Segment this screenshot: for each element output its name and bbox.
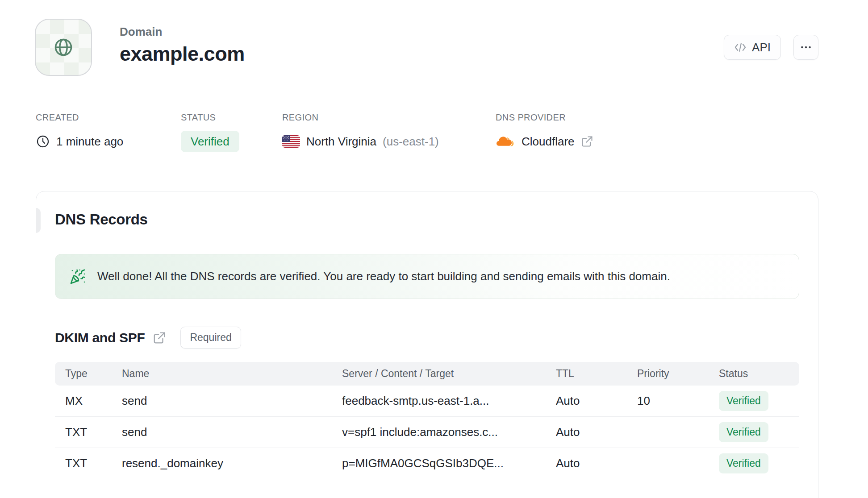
domain-eyebrow: Domain	[120, 25, 245, 39]
record-name: send	[122, 394, 342, 408]
more-options-button[interactable]	[793, 35, 818, 60]
required-badge: Required	[180, 327, 241, 349]
dns-records-card: DNS Records Well done! All the DNS recor…	[36, 191, 818, 498]
page-title: example.com	[120, 42, 245, 66]
record-content: feedback-smtp.us-east-1.a...	[342, 394, 556, 408]
record-name: resend._domainkey	[122, 456, 342, 470]
api-button-label: API	[752, 41, 771, 54]
dns-provider-label: DNS PROVIDER	[496, 112, 593, 123]
record-type: TXT	[65, 425, 122, 439]
dkim-spf-section-header: DKIM and SPF Required	[55, 327, 799, 349]
dns-records-title: DNS Records	[55, 211, 799, 228]
card-side-notch	[36, 208, 41, 233]
meta-region: REGION North Virginia (	[282, 112, 439, 152]
globe-icon	[49, 33, 78, 62]
record-priority: 10	[637, 394, 719, 408]
column-header-ttl: TTL	[556, 368, 637, 380]
record-type: MX	[65, 394, 122, 408]
status-badge: Verified	[181, 131, 239, 152]
success-banner: Well done! All the DNS records are verif…	[55, 254, 799, 299]
dns-provider-value: Cloudflare	[522, 135, 575, 149]
column-header-content: Server / Content / Target	[342, 368, 556, 380]
record-ttl: Auto	[556, 456, 637, 470]
record-ttl: Auto	[556, 425, 637, 439]
column-header-status: Status	[719, 368, 799, 380]
external-link-icon[interactable]	[581, 135, 593, 148]
meta-dns-provider: DNS PROVIDER Cloudflare	[496, 112, 593, 152]
header-actions: API	[724, 35, 818, 60]
domain-avatar	[35, 19, 92, 76]
success-banner-text: Well done! All the DNS records are verif…	[97, 270, 670, 283]
column-header-type: Type	[65, 368, 122, 380]
api-button[interactable]: API	[724, 35, 781, 60]
us-flag-icon	[282, 135, 300, 148]
region-label: REGION	[282, 112, 439, 123]
record-ttl: Auto	[556, 394, 637, 408]
table-header-row: Type Name Server / Content / Target TTL …	[55, 362, 799, 386]
record-content: v=spf1 include:amazonses.c...	[342, 425, 556, 439]
created-value: 1 minute ago	[56, 135, 123, 149]
table-row[interactable]: TXT resend._domainkey p=MIGfMA0GCSqGSIb3…	[55, 448, 799, 479]
external-link-icon[interactable]	[153, 331, 166, 344]
record-status-badge: Verified	[719, 391, 768, 411]
party-popper-icon	[70, 269, 86, 285]
dns-records-table: Type Name Server / Content / Target TTL …	[55, 362, 799, 479]
table-row[interactable]: MX send feedback-smtp.us-east-1.a... Aut…	[55, 386, 799, 417]
ellipsis-icon	[800, 42, 812, 53]
cloudflare-icon	[496, 135, 515, 149]
clock-icon	[36, 134, 50, 149]
created-label: CREATED	[36, 112, 123, 123]
record-name: send	[122, 425, 342, 439]
record-status-badge: Verified	[719, 422, 768, 442]
status-label: STATUS	[181, 112, 239, 123]
region-value: North Virginia	[306, 135, 376, 149]
record-content: p=MIGfMA0GCSqGSIb3DQE...	[342, 456, 556, 470]
column-header-priority: Priority	[637, 368, 719, 380]
record-type: TXT	[65, 456, 122, 470]
table-row[interactable]: TXT send v=spf1 include:amazonses.c... A…	[55, 417, 799, 448]
column-header-name: Name	[122, 368, 342, 380]
code-icon	[734, 41, 747, 54]
meta-created: CREATED 1 minute ago	[36, 112, 123, 152]
record-status-badge: Verified	[719, 453, 768, 473]
region-code: (us-east-1)	[383, 135, 439, 149]
meta-status: STATUS Verified	[181, 112, 239, 152]
dkim-spf-title: DKIM and SPF	[55, 330, 145, 345]
page-title-block: Domain example.com	[120, 25, 245, 66]
